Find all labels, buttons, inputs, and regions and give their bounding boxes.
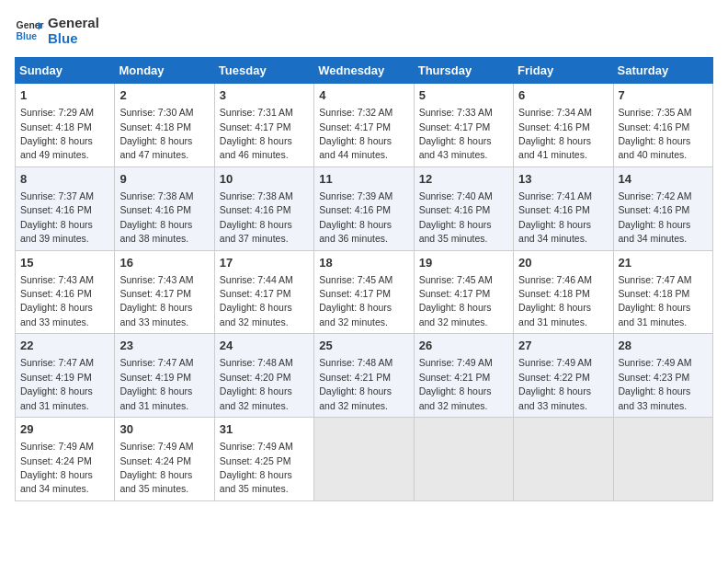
calendar-cell: 25 Sunrise: 7:48 AM Sunset: 4:21 PM Dayl… bbox=[314, 334, 414, 418]
day-sunrise: Sunrise: 7:49 AM bbox=[619, 357, 692, 368]
day-number: 15 bbox=[20, 255, 109, 271]
day-daylight: Daylight: 8 hours and 31 minutes. bbox=[20, 385, 93, 410]
day-number: 10 bbox=[220, 171, 309, 188]
day-daylight: Daylight: 8 hours and 34 minutes. bbox=[619, 219, 691, 244]
calendar-cell: 19 Sunrise: 7:45 AM Sunset: 4:17 PM Dayl… bbox=[414, 250, 513, 334]
day-sunset: Sunset: 4:16 PM bbox=[619, 121, 690, 132]
day-sunrise: Sunrise: 7:31 AM bbox=[220, 107, 293, 118]
day-sunrise: Sunrise: 7:41 AM bbox=[518, 190, 592, 201]
day-sunset: Sunset: 4:17 PM bbox=[419, 288, 491, 299]
day-daylight: Daylight: 8 hours and 47 minutes. bbox=[119, 135, 192, 160]
day-number: 22 bbox=[20, 338, 109, 354]
day-sunset: Sunset: 4:19 PM bbox=[20, 372, 92, 383]
day-sunrise: Sunrise: 7:43 AM bbox=[119, 274, 193, 285]
week-row-1: 1 Sunrise: 7:29 AM Sunset: 4:18 PM Dayli… bbox=[16, 84, 713, 167]
day-sunrise: Sunrise: 7:45 AM bbox=[419, 274, 493, 285]
day-sunrise: Sunrise: 7:33 AM bbox=[419, 107, 493, 118]
day-daylight: Daylight: 8 hours and 46 minutes. bbox=[220, 135, 292, 160]
header-sunday: Sunday bbox=[16, 58, 115, 84]
day-number: 30 bbox=[119, 421, 209, 438]
day-sunset: Sunset: 4:16 PM bbox=[20, 288, 92, 299]
week-row-5: 29 Sunrise: 7:49 AM Sunset: 4:24 PM Dayl… bbox=[16, 418, 713, 501]
day-daylight: Daylight: 8 hours and 32 minutes. bbox=[220, 385, 292, 410]
day-sunset: Sunset: 4:17 PM bbox=[319, 121, 391, 132]
day-daylight: Daylight: 8 hours and 38 minutes. bbox=[119, 219, 192, 244]
day-sunrise: Sunrise: 7:47 AM bbox=[20, 357, 94, 368]
header-monday: Monday bbox=[115, 58, 214, 84]
day-number: 13 bbox=[518, 171, 608, 188]
calendar-cell: 4 Sunrise: 7:32 AM Sunset: 4:17 PM Dayli… bbox=[314, 84, 414, 167]
day-daylight: Daylight: 8 hours and 41 minutes. bbox=[518, 135, 591, 160]
header-saturday: Saturday bbox=[613, 58, 712, 84]
day-number: 2 bbox=[119, 87, 209, 104]
day-daylight: Daylight: 8 hours and 39 minutes. bbox=[20, 219, 93, 244]
day-number: 9 bbox=[119, 171, 209, 188]
calendar-cell: 21 Sunrise: 7:47 AM Sunset: 4:18 PM Dayl… bbox=[613, 250, 712, 334]
day-daylight: Daylight: 8 hours and 40 minutes. bbox=[619, 135, 691, 160]
calendar-cell: 5 Sunrise: 7:33 AM Sunset: 4:17 PM Dayli… bbox=[414, 84, 513, 167]
day-sunrise: Sunrise: 7:49 AM bbox=[220, 441, 293, 452]
day-sunset: Sunset: 4:17 PM bbox=[220, 121, 291, 132]
day-sunrise: Sunrise: 7:35 AM bbox=[619, 107, 692, 118]
day-sunrise: Sunrise: 7:47 AM bbox=[119, 357, 193, 368]
day-number: 21 bbox=[619, 255, 708, 271]
calendar-cell: 18 Sunrise: 7:45 AM Sunset: 4:17 PM Dayl… bbox=[314, 250, 414, 334]
calendar-table: SundayMondayTuesdayWednesdayThursdayFrid… bbox=[15, 57, 713, 501]
day-daylight: Daylight: 8 hours and 33 minutes. bbox=[619, 385, 691, 410]
day-sunset: Sunset: 4:23 PM bbox=[619, 372, 690, 383]
day-sunset: Sunset: 4:21 PM bbox=[319, 372, 391, 383]
day-sunrise: Sunrise: 7:48 AM bbox=[220, 357, 293, 368]
day-number: 24 bbox=[220, 338, 309, 354]
day-sunset: Sunset: 4:24 PM bbox=[119, 455, 191, 466]
day-daylight: Daylight: 8 hours and 32 minutes. bbox=[319, 385, 392, 410]
day-sunset: Sunset: 4:17 PM bbox=[319, 288, 391, 299]
day-sunset: Sunset: 4:21 PM bbox=[419, 372, 491, 383]
week-row-3: 15 Sunrise: 7:43 AM Sunset: 4:16 PM Dayl… bbox=[16, 250, 713, 334]
day-daylight: Daylight: 8 hours and 35 minutes. bbox=[119, 469, 192, 494]
day-number: 5 bbox=[419, 87, 508, 104]
day-daylight: Daylight: 8 hours and 32 minutes. bbox=[319, 302, 392, 327]
day-sunset: Sunset: 4:19 PM bbox=[119, 372, 191, 383]
day-sunrise: Sunrise: 7:38 AM bbox=[119, 190, 193, 201]
calendar-cell: 28 Sunrise: 7:49 AM Sunset: 4:23 PM Dayl… bbox=[613, 334, 712, 418]
day-number: 18 bbox=[319, 255, 408, 271]
day-sunrise: Sunrise: 7:38 AM bbox=[220, 190, 293, 201]
calendar-cell: 12 Sunrise: 7:40 AM Sunset: 4:16 PM Dayl… bbox=[414, 167, 513, 250]
day-sunrise: Sunrise: 7:48 AM bbox=[319, 357, 392, 368]
calendar-cell: 8 Sunrise: 7:37 AM Sunset: 4:16 PM Dayli… bbox=[16, 167, 115, 250]
day-sunrise: Sunrise: 7:34 AM bbox=[518, 107, 592, 118]
calendar-cell: 17 Sunrise: 7:44 AM Sunset: 4:17 PM Dayl… bbox=[214, 250, 313, 334]
day-number: 8 bbox=[20, 171, 109, 188]
calendar-cell: 10 Sunrise: 7:38 AM Sunset: 4:16 PM Dayl… bbox=[214, 167, 313, 250]
logo: General Blue General Blue bbox=[15, 15, 99, 46]
day-sunset: Sunset: 4:17 PM bbox=[419, 121, 491, 132]
day-daylight: Daylight: 8 hours and 33 minutes. bbox=[119, 302, 192, 327]
day-daylight: Daylight: 8 hours and 32 minutes. bbox=[220, 302, 292, 327]
day-sunrise: Sunrise: 7:46 AM bbox=[518, 274, 592, 285]
day-sunrise: Sunrise: 7:40 AM bbox=[419, 190, 493, 201]
day-number: 4 bbox=[319, 87, 408, 104]
day-number: 31 bbox=[220, 421, 309, 438]
day-sunrise: Sunrise: 7:49 AM bbox=[119, 441, 193, 452]
day-number: 27 bbox=[518, 338, 608, 354]
header-wednesday: Wednesday bbox=[314, 58, 414, 84]
day-daylight: Daylight: 8 hours and 35 minutes. bbox=[419, 219, 492, 244]
logo-icon: General Blue bbox=[15, 16, 44, 45]
day-sunset: Sunset: 4:20 PM bbox=[220, 372, 291, 383]
day-sunset: Sunset: 4:25 PM bbox=[220, 455, 291, 466]
day-number: 20 bbox=[518, 255, 608, 271]
day-number: 16 bbox=[119, 255, 209, 271]
day-number: 17 bbox=[220, 255, 309, 271]
calendar-cell: 22 Sunrise: 7:47 AM Sunset: 4:19 PM Dayl… bbox=[16, 334, 115, 418]
week-row-4: 22 Sunrise: 7:47 AM Sunset: 4:19 PM Dayl… bbox=[16, 334, 713, 418]
day-sunrise: Sunrise: 7:29 AM bbox=[20, 107, 94, 118]
day-sunrise: Sunrise: 7:44 AM bbox=[220, 274, 293, 285]
day-sunrise: Sunrise: 7:49 AM bbox=[518, 357, 592, 368]
day-sunrise: Sunrise: 7:45 AM bbox=[319, 274, 392, 285]
day-sunrise: Sunrise: 7:42 AM bbox=[619, 190, 692, 201]
calendar-cell: 3 Sunrise: 7:31 AM Sunset: 4:17 PM Dayli… bbox=[214, 84, 313, 167]
day-sunrise: Sunrise: 7:32 AM bbox=[319, 107, 392, 118]
day-daylight: Daylight: 8 hours and 32 minutes. bbox=[419, 302, 492, 327]
calendar-cell: 13 Sunrise: 7:41 AM Sunset: 4:16 PM Dayl… bbox=[514, 167, 613, 250]
calendar-cell: 27 Sunrise: 7:49 AM Sunset: 4:22 PM Dayl… bbox=[514, 334, 613, 418]
